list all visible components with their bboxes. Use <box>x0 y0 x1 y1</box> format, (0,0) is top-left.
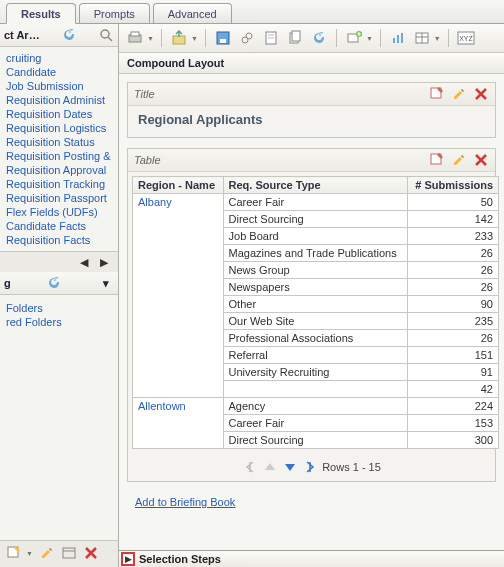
source-cell: Career Fair <box>223 194 407 211</box>
source-cell: News Group <box>223 262 407 279</box>
svg-rect-16 <box>292 31 300 41</box>
insert-table-menu-icon[interactable]: ▼ <box>434 35 441 42</box>
page-icon[interactable] <box>261 28 281 48</box>
new-item-menu-icon[interactable]: ▼ <box>26 550 33 557</box>
compound-layout-title: Compound Layout <box>119 53 504 74</box>
refresh-icon[interactable] <box>61 27 77 43</box>
selection-steps-expand-icon[interactable]: ▶ <box>121 552 135 566</box>
export-menu-icon[interactable]: ▼ <box>191 35 198 42</box>
subject-area-item[interactable]: cruiting <box>6 51 112 65</box>
submissions-cell: 300 <box>407 432 498 449</box>
cycle-icon[interactable] <box>237 28 257 48</box>
svg-text:XYZ: XYZ <box>459 35 473 42</box>
pager-down-icon[interactable] <box>282 459 298 475</box>
svg-rect-7 <box>173 36 185 44</box>
catalog-folder-item[interactable]: red Folders <box>6 315 112 329</box>
subject-area-item[interactable]: Requisition Approval <box>6 163 112 177</box>
subject-area-item[interactable]: Candidate Facts <box>6 219 112 233</box>
subject-area-item[interactable]: Candidate <box>6 65 112 79</box>
region-cell[interactable]: Albany <box>133 194 224 398</box>
subject-area-item[interactable]: Requisition Logistics <box>6 121 112 135</box>
region-cell[interactable]: Allentown <box>133 398 224 449</box>
catalog-folder-item[interactable]: Folders <box>6 301 112 315</box>
search-icon[interactable] <box>98 27 114 43</box>
submissions-cell: 26 <box>407 245 498 262</box>
insert-graph-icon[interactable] <box>388 28 408 48</box>
table-column-header[interactable]: # Submissions <box>407 177 498 194</box>
delete-icon[interactable] <box>83 545 99 561</box>
pager-last-icon[interactable] <box>302 459 318 475</box>
title-section-label: Title <box>134 88 155 100</box>
title-delete-icon[interactable] <box>473 86 489 102</box>
tab-advanced[interactable]: Advanced <box>153 3 232 23</box>
copy-icon[interactable] <box>285 28 305 48</box>
new-item-icon[interactable] <box>6 545 22 561</box>
subject-area-item[interactable]: Requisition Administ <box>6 93 112 107</box>
table-column-header[interactable]: Region - Name <box>133 177 224 194</box>
export-icon[interactable] <box>169 28 189 48</box>
save-icon[interactable] <box>213 28 233 48</box>
subject-area-item[interactable]: Flex Fields (UDFs) <box>6 205 112 219</box>
table-section: Table Region - NameReq. Source Type# Sub… <box>127 148 496 482</box>
source-cell: Referral <box>223 347 407 364</box>
submissions-cell: 26 <box>407 330 498 347</box>
subject-area-item[interactable]: Job Submission <box>6 79 112 93</box>
xyz-properties-icon[interactable]: XYZ <box>456 28 476 48</box>
title-format-icon[interactable] <box>429 86 445 102</box>
submissions-cell: 235 <box>407 313 498 330</box>
submissions-cell: 42 <box>407 381 498 398</box>
pager-label: Rows 1 - 15 <box>322 461 381 473</box>
refresh-icon[interactable] <box>309 28 329 48</box>
subject-area-item[interactable]: Requisition Passport <box>6 191 112 205</box>
results-panel: ▼ ▼ ▼ ▼ XYZ Compound Layout T <box>119 24 504 567</box>
subject-area-item[interactable]: Requisition Posting & <box>6 149 112 163</box>
subject-area-list: cruitingCandidateJob SubmissionRequisiti… <box>0 47 118 251</box>
main-toolbar: ▼ ▼ ▼ ▼ XYZ <box>119 24 504 53</box>
table-column-header[interactable]: Req. Source Type <box>223 177 407 194</box>
pager-up-icon[interactable] <box>262 459 278 475</box>
submissions-cell: 91 <box>407 364 498 381</box>
subject-areas-title: ct Ar… <box>4 29 40 41</box>
scroll-left-icon[interactable]: ◀ <box>76 254 92 270</box>
submissions-cell: 26 <box>407 262 498 279</box>
chevron-down-icon[interactable]: ▾ <box>98 275 114 291</box>
catalog-folder-list: Foldersred Folders <box>0 295 118 335</box>
source-cell <box>223 381 407 398</box>
new-view-menu-icon[interactable]: ▼ <box>366 35 373 42</box>
print-menu-icon[interactable]: ▼ <box>147 35 154 42</box>
title-edit-icon[interactable] <box>451 86 467 102</box>
submissions-cell: 142 <box>407 211 498 228</box>
table-section-label: Table <box>134 154 161 166</box>
subject-areas-panel: ct Ar… cruitingCandidateJob SubmissionRe… <box>0 24 119 567</box>
submissions-cell: 153 <box>407 415 498 432</box>
table-pager: Rows 1 - 15 <box>128 455 495 481</box>
table-format-icon[interactable] <box>429 152 445 168</box>
table-delete-icon[interactable] <box>473 152 489 168</box>
insert-table-icon[interactable] <box>412 28 432 48</box>
submissions-cell: 224 <box>407 398 498 415</box>
catalog-refresh-icon[interactable] <box>46 275 62 291</box>
table-row: AlbanyCareer Fair50 <box>133 194 499 211</box>
new-view-icon[interactable] <box>344 28 364 48</box>
subject-area-item[interactable]: Requisition Dates <box>6 107 112 121</box>
svg-rect-19 <box>393 38 395 43</box>
source-cell: Job Board <box>223 228 407 245</box>
subject-area-item[interactable]: Requisition Status <box>6 135 112 149</box>
edit-pencil-icon[interactable] <box>39 545 55 561</box>
svg-point-0 <box>101 30 109 38</box>
pager-first-icon[interactable] <box>242 459 258 475</box>
tab-prompts[interactable]: Prompts <box>79 3 150 23</box>
svg-line-1 <box>108 37 112 41</box>
add-to-briefing-book-link[interactable]: Add to Briefing Book <box>127 492 496 512</box>
source-cell: Career Fair <box>223 415 407 432</box>
table-edit-icon[interactable] <box>451 152 467 168</box>
subject-area-item[interactable]: Requisition Facts <box>6 233 112 247</box>
title-section: Title Regional Applicants <box>127 82 496 138</box>
print-icon[interactable] <box>125 28 145 48</box>
tab-results[interactable]: Results <box>6 3 76 24</box>
properties-icon[interactable] <box>61 545 77 561</box>
source-cell: Newspapers <box>223 279 407 296</box>
subject-area-item[interactable]: Requisition Tracking <box>6 177 112 191</box>
scroll-right-icon[interactable]: ▶ <box>96 254 112 270</box>
source-cell: Direct Sourcing <box>223 211 407 228</box>
